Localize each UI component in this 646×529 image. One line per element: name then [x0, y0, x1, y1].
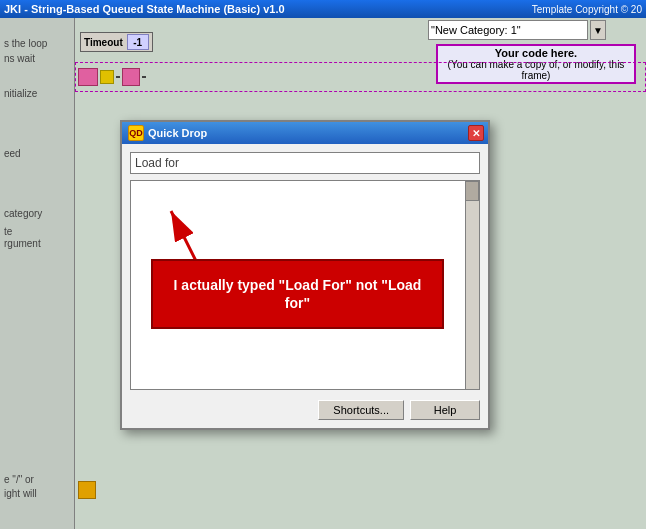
category-dropdown[interactable]: "New Category: 1"	[428, 20, 588, 40]
left-text-1: s the loop	[4, 38, 47, 49]
qd-scrollbar-thumb[interactable]	[465, 181, 479, 201]
search-input[interactable]	[130, 152, 480, 174]
left-text-9: ight will	[4, 488, 37, 499]
pink-block-1	[78, 68, 98, 86]
bottom-element	[78, 481, 96, 499]
qd-footer: Shortcuts... Help	[130, 396, 480, 420]
qd-icon: QD	[128, 125, 144, 141]
annotation-box: I actually typed "Load For" not "Load fo…	[151, 259, 444, 329]
yellow-block-1	[100, 70, 114, 84]
category-dropdown-container: "New Category: 1" ▼	[428, 20, 606, 40]
qd-body: I actually typed "Load For" not "Load fo…	[122, 144, 488, 428]
titlebar-right-text: Template Copyright © 20	[532, 4, 642, 15]
left-text-2: ns wait	[4, 53, 35, 64]
close-icon: ✕	[472, 128, 480, 139]
qd-icon-text: QD	[129, 128, 143, 138]
yellow-bottom-block	[78, 481, 96, 499]
quick-drop-dialog: QD Quick Drop ✕	[120, 120, 490, 430]
pink-block-2	[122, 68, 140, 86]
code-frame-line2: (You can make a copy of, or modify, this…	[438, 59, 634, 81]
lv-titlebar: JKI - String-Based Queued State Machine …	[0, 0, 646, 18]
wire-2	[142, 76, 146, 78]
help-button[interactable]: Help	[410, 400, 480, 420]
code-frame: Your code here. (You can make a copy of,…	[436, 44, 636, 84]
qd-scrollbar[interactable]	[465, 181, 479, 389]
left-text-6: te	[4, 226, 12, 237]
state-machine-row	[78, 68, 146, 86]
left-text-7: rgument	[4, 238, 41, 249]
left-text-3: nitialize	[4, 88, 37, 99]
left-text-8: e "/" or	[4, 474, 34, 485]
qd-results-area: I actually typed "Load For" not "Load fo…	[130, 180, 480, 390]
code-frame-line1: Your code here.	[438, 47, 634, 59]
timeout-label: Timeout	[84, 37, 123, 48]
wire-1	[116, 76, 120, 78]
left-text-4: eed	[4, 148, 21, 159]
left-text-5: category	[4, 208, 42, 219]
qd-titlebar: QD Quick Drop ✕	[122, 122, 488, 144]
dropdown-arrow[interactable]: ▼	[590, 20, 606, 40]
left-panel: s the loop ns wait nitialize eed categor…	[0, 18, 75, 529]
titlebar-text: JKI - String-Based Queued State Machine …	[4, 3, 285, 15]
shortcuts-button[interactable]: Shortcuts...	[318, 400, 404, 420]
qd-title: Quick Drop	[148, 127, 207, 139]
annotation-text: I actually typed "Load For" not "Load fo…	[161, 276, 434, 312]
timeout-box: Timeout -1	[80, 32, 153, 52]
qd-close-button[interactable]: ✕	[468, 125, 484, 141]
timeout-value: -1	[127, 34, 149, 50]
